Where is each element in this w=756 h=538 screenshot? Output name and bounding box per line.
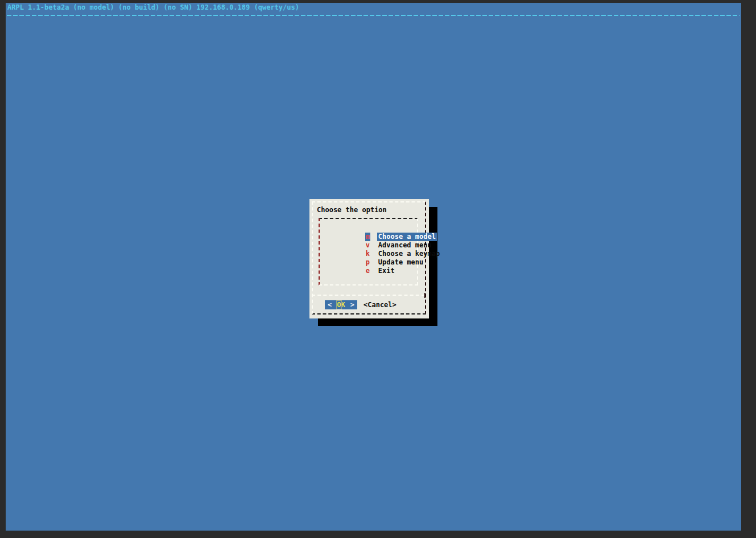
- menu-item-hotkey: v: [365, 241, 370, 250]
- ok-button[interactable]: < OK >: [325, 300, 357, 309]
- menu-item-label: Choose a model: [377, 233, 437, 241]
- menu-item-label: Update menu: [378, 258, 423, 267]
- ok-right-bracket: >: [350, 300, 354, 309]
- menu-item-hotkey: m: [365, 233, 370, 241]
- cancel-button[interactable]: <Cancel>: [363, 300, 396, 309]
- menu-item-label: Choose a keymap: [378, 250, 440, 258]
- button-separator: [312, 295, 425, 296]
- menu-item-hotkey: e: [365, 267, 370, 275]
- ok-left-bracket: <: [328, 300, 332, 309]
- menu-item-hotkey: k: [365, 250, 370, 258]
- menu-item-choose-a-model[interactable]: mChoose a model: [320, 224, 417, 233]
- focus-cursor: O: [337, 301, 341, 309]
- ok-button-label: OK: [337, 300, 345, 309]
- terminal-screen: ARPL 1.1-beta2a (no model) (no build) (n…: [6, 3, 741, 531]
- menu-item-hotkey: p: [365, 258, 370, 267]
- ok-label-rest: K: [341, 301, 345, 309]
- menu-item-label: Advanced menu: [378, 241, 432, 250]
- dialog-title: Choose the option: [317, 206, 387, 214]
- option-menu: mChoose a model vAdvanced menu kChoose a…: [319, 218, 418, 285]
- choose-option-dialog: Choose the option mChoose a model vAdvan…: [309, 199, 429, 318]
- status-title-bar: ARPL 1.1-beta2a (no model) (no build) (n…: [7, 3, 299, 12]
- title-divider: [7, 15, 740, 16]
- menu-item-label: Exit: [378, 267, 395, 275]
